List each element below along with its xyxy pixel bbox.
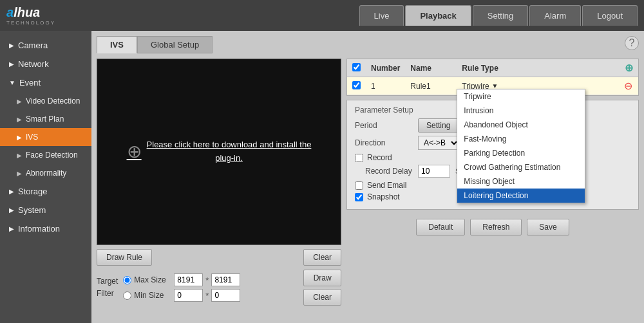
dahua-logo: alhua TECHNOLOGY [6,5,55,26]
row-remove-cell: ⊖ [619,77,638,95]
tab-live[interactable]: Live [359,5,404,26]
add-rule-icon[interactable]: ⊕ [625,62,633,73]
row-check-cell [347,77,366,95]
rule-type-dropdown[interactable]: Tripwire Intrusion Abandoned Object Fast… [457,89,585,203]
brand-tech: TECHNOLOGY [6,20,55,26]
chevron-right-icon: ▶ [9,188,14,195]
sidebar-item-network[interactable]: ▶ Network [0,55,91,73]
save-button[interactable]: Save [527,219,569,235]
star-separator-2: * [205,291,209,300]
plus-circle-icon: ⊕ [127,138,142,167]
sidebar: ▶ Camera ▶ Network ▼ Event ▶ Video Detec… [0,31,91,323]
col-header-number: Number [366,59,405,77]
video-area: ⊕ Please click here to download and inst… [97,59,341,245]
sidebar-item-information[interactable]: ▶ Information [0,219,91,238]
right-panel: Number Name Rule Type ⊕ [346,59,639,317]
dd-item-crowd-gathering[interactable]: Crowd Gathering Estimation [457,160,585,174]
star-separator: * [205,275,209,285]
sidebar-item-ivs[interactable]: ▶ IVS [0,128,91,146]
col-header-name: Name [405,59,457,77]
sidebar-item-video-detection[interactable]: ▶ Video Detection [0,92,91,110]
period-label: Period [355,121,413,130]
row-name-cell: Rule1 [405,77,457,95]
rules-table-wrap: Number Name Rule Type ⊕ [346,59,639,96]
col-header-rule-type: Rule Type [457,59,619,77]
send-email-checkbox[interactable] [355,181,363,190]
subtab-ivs[interactable]: IVS [97,36,137,53]
period-setting-button[interactable]: Setting [418,118,459,133]
table-row: 1 Rule1 Tripwire ▼ Tripwire [347,77,638,95]
max-size-height-input[interactable] [211,273,240,286]
dd-item-fast-moving[interactable]: Fast-Moving [457,132,585,146]
chevron-right-icon: ▶ [17,116,22,123]
dd-item-missing-object[interactable]: Missing Object [457,174,585,189]
record-delay-label: Record Delay [355,167,413,176]
min-size-label: Min Size [134,291,171,300]
remove-rule-icon[interactable]: ⊖ [624,80,632,91]
sidebar-item-abnormality[interactable]: ▶ Abnormality [0,164,91,182]
direction-label: Direction [355,138,413,147]
action-buttons: Default Refresh Save [346,219,639,235]
max-size-radio[interactable] [123,276,131,284]
row-checkbox[interactable] [352,81,361,89]
sidebar-item-camera[interactable]: ▶ Camera [0,36,91,55]
sidebar-item-smart-plan[interactable]: ▶ Smart Plan [0,110,91,128]
col-header-add: ⊕ [619,59,638,77]
chevron-right-icon: ▶ [17,98,22,105]
snapshot-checkbox[interactable] [355,193,363,201]
video-panel: ⊕ Please click here to download and inst… [97,59,341,317]
chevron-down-icon: ▼ [9,79,15,86]
default-button[interactable]: Default [416,219,465,235]
clear-button-1[interactable]: Clear [303,249,341,266]
draw-rule-button[interactable]: Draw Rule [97,249,152,266]
video-placeholder[interactable]: ⊕ Please click here to download and inst… [114,125,325,180]
sub-tabs: IVS Global Setup [97,36,639,53]
chevron-right-icon: ▶ [17,134,22,141]
row-number-cell: 1 [366,77,405,95]
select-all-checkbox[interactable] [352,63,361,71]
draw-button[interactable]: Draw [303,270,341,286]
max-size-width-input[interactable] [174,273,203,286]
tab-playback[interactable]: Playback [405,5,471,26]
chevron-right-icon: ▶ [17,170,22,177]
sidebar-item-storage[interactable]: ▶ Storage [0,182,91,201]
target-filter-label: TargetFilter [97,275,118,300]
record-checkbox[interactable] [355,154,363,162]
dd-item-parking-detection[interactable]: Parking Detection [457,146,585,160]
dd-item-abandoned-object[interactable]: Abandoned Object [457,118,585,132]
chevron-right-icon: ▶ [9,225,14,232]
max-size-label: Max Size [134,275,171,284]
direction-select[interactable]: A->B A<-B A<->B [418,136,460,150]
main-layout: ▶ Camera ▶ Network ▼ Event ▶ Video Detec… [0,31,644,323]
tab-setting[interactable]: Setting [473,5,528,26]
dd-item-tripwire[interactable]: Tripwire [457,89,585,104]
top-nav: alhua TECHNOLOGY Live Playback Setting A… [0,0,644,31]
chevron-right-icon: ▶ [9,60,14,68]
target-filter-controls: Max Size * Min Size * [123,273,298,302]
min-size-width-input[interactable] [174,289,203,302]
chevron-right-icon: ▶ [9,207,14,214]
help-icon[interactable]: ? [625,36,639,50]
refresh-button[interactable]: Refresh [470,219,522,235]
sidebar-item-system[interactable]: ▶ System [0,201,91,219]
snapshot-label: Snapshot [367,192,400,201]
chevron-right-icon: ▶ [17,152,22,159]
logo-area: alhua TECHNOLOGY [6,5,55,26]
tab-alarm[interactable]: Alarm [529,5,581,26]
subtab-global-setup[interactable]: Global Setup [137,36,213,53]
tab-logout[interactable]: Logout [582,5,638,26]
clear-button-2[interactable]: Clear [303,289,341,306]
row-type-cell: Tripwire ▼ Tripwire Intrusion Abandoned … [457,77,619,95]
ivs-body: ⊕ Please click here to download and inst… [97,59,639,317]
brand-name: alhua [6,5,55,20]
nav-tabs: Live Playback Setting Alarm Logout [359,5,638,26]
dd-item-loitering[interactable]: Loitering Detection [457,189,585,203]
record-delay-input[interactable] [418,165,450,178]
min-size-height-input[interactable] [211,289,240,302]
send-email-label: Send Email [367,181,406,190]
dd-item-intrusion[interactable]: Intrusion [457,104,585,118]
content-area: ? IVS Global Setup ⊕ Please click here t… [91,31,644,323]
min-size-radio[interactable] [123,291,131,300]
sidebar-item-face-detection[interactable]: ▶ Face Detection [0,146,91,164]
sidebar-item-event[interactable]: ▼ Event [0,73,91,92]
